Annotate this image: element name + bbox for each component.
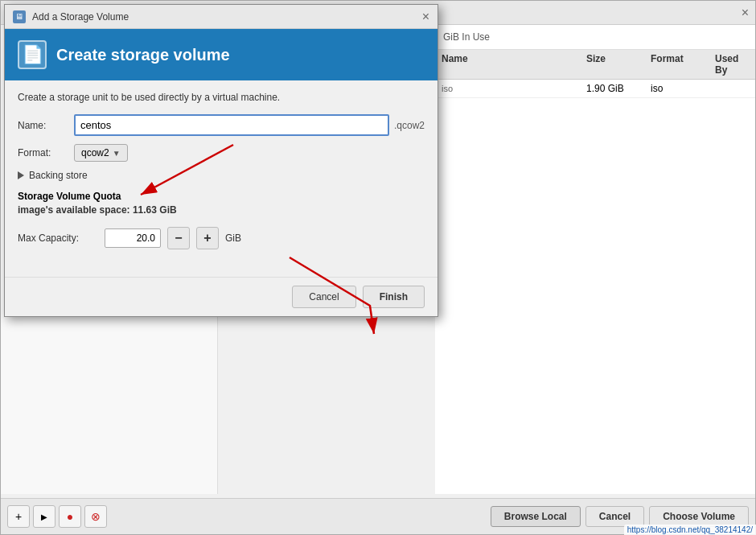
col-usedby: Used By — [715, 53, 749, 76]
col-name: Name — [442, 53, 586, 76]
row-format: iso — [651, 83, 715, 94]
record-button[interactable]: ● — [59, 505, 81, 528]
quota-section: Storage Volume Quota image's available s… — [18, 191, 425, 216]
gib-in-use-label: GiB In Use — [443, 31, 490, 43]
dialog-finish-button[interactable]: Finish — [363, 286, 425, 308]
url-bar: https://blog.csdn.net/qq_38214142/ — [624, 525, 756, 535]
capacity-label: Max Capacity: — [18, 233, 98, 244]
add-volume-button[interactable]: + — [7, 505, 30, 528]
name-label: Name: — [18, 120, 74, 131]
triangle-right-icon — [18, 171, 24, 179]
dialog-description: Create a storage unit to be used directl… — [18, 92, 425, 103]
format-value: qcow2 — [81, 147, 109, 158]
capacity-row: Max Capacity: − + GiB — [18, 227, 425, 249]
row-name: iso — [442, 84, 586, 93]
dialog-cancel-button[interactable]: Cancel — [292, 286, 355, 308]
capacity-unit: GiB — [225, 233, 241, 244]
name-input[interactable] — [74, 114, 389, 136]
dialog-buttons: Cancel Finish — [5, 277, 438, 316]
dialog-close-button[interactable]: × — [422, 10, 429, 23]
format-form-row: Format: qcow2 ▼ — [18, 144, 425, 162]
table-row[interactable]: iso 1.90 GiB iso — [435, 80, 755, 98]
backing-store-row[interactable]: Backing store — [18, 170, 425, 181]
play-icon: ▶ — [41, 512, 47, 521]
record-icon: ● — [67, 510, 73, 523]
backing-store-label: Backing store — [29, 170, 88, 181]
decrement-button[interactable]: − — [167, 227, 190, 249]
create-storage-dialog: 🖥 Add a Storage Volume × 📄 Create storag… — [4, 4, 438, 317]
dialog-header: 📄 Create storage volume — [5, 29, 438, 80]
table-header: Name Size Format Used By — [435, 50, 755, 80]
quota-title: Storage Volume Quota — [18, 191, 425, 202]
quota-available: image's available space: 11.63 GiB — [18, 204, 425, 216]
name-suffix: .qcow2 — [394, 120, 425, 131]
format-label: Format: — [18, 147, 74, 158]
play-button[interactable]: ▶ — [33, 505, 55, 528]
chevron-down-icon: ▼ — [113, 149, 121, 158]
minus-icon: − — [175, 231, 182, 245]
dialog-header-title: Create storage volume — [56, 46, 230, 64]
remove-button[interactable]: ⊗ — [84, 505, 107, 528]
increment-button[interactable]: + — [196, 227, 219, 249]
name-form-row: Name: .qcow2 — [18, 114, 425, 136]
dialog-title-label: Add a Storage Volume — [32, 11, 129, 23]
dialog-title: 🖥 Add a Storage Volume — [13, 10, 129, 23]
row-size: 1.90 GiB — [586, 83, 651, 94]
browse-local-button[interactable]: Browse Local — [491, 506, 581, 527]
plus-icon: + — [203, 231, 211, 245]
remove-icon: ⊗ — [91, 510, 101, 523]
bg-close-button[interactable]: × — [742, 6, 749, 19]
dialog-header-icon: 📄 — [18, 40, 47, 69]
dialog-titlebar: 🖥 Add a Storage Volume × — [5, 5, 438, 29]
add-icon: + — [15, 510, 22, 523]
dialog-app-icon: 🖥 — [13, 10, 26, 23]
dialog-body: Create a storage unit to be used directl… — [5, 80, 438, 277]
col-size: Size — [586, 53, 651, 76]
url-text: https://blog.csdn.net/qq_38214142/ — [627, 525, 753, 534]
new-volume-icon: 📄 — [22, 44, 43, 65]
format-dropdown[interactable]: qcow2 ▼ — [74, 144, 128, 162]
col-format: Format — [651, 53, 715, 76]
capacity-input[interactable] — [105, 228, 161, 248]
